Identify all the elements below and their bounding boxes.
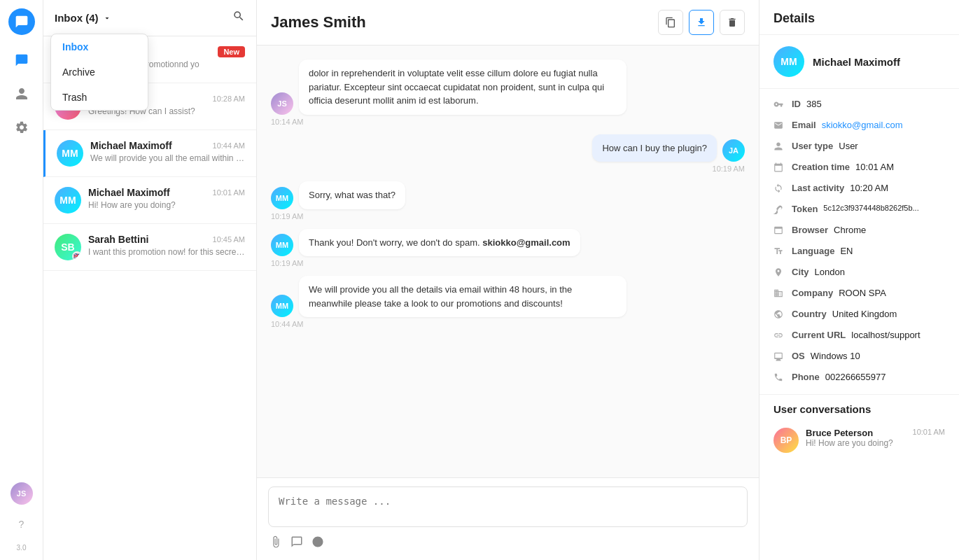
message-row: MM Thank you! Don't worry, we don't do s… [271,229,745,268]
details-avatar: MM [774,46,804,77]
detail-row-os: OS Windows 10 [774,346,945,368]
detail-label-company: Company [792,288,833,298]
bubble-icon [290,536,303,548]
chat-panel: James Smith JS dolor in reprehenderit in… [257,0,760,560]
browser-icon [774,225,786,237]
phone-icon [774,372,786,384]
details-panel: Details MM Michael Maximoff ID 385 Email… [760,0,959,560]
detail-value-token: 5c12c3f9374448b8262f5b... [823,204,918,212]
new-badge: New [218,46,245,57]
message-avatar: MM [271,187,293,209]
detail-label-browser: Browser [792,225,828,235]
conv-body: Bruce Peterson 10:01 AM Hi! How are you … [806,428,945,448]
message-time: 10:19 AM [271,259,303,267]
inbox-search-button[interactable] [232,10,245,26]
nav-contacts-button[interactable] [8,80,36,108]
url-icon [774,330,786,342]
nav-settings-button[interactable] [8,113,36,141]
copy-button[interactable] [658,10,683,35]
message-bubble: Sorry, what was that? [299,181,405,209]
conv-time: 10:01 AM [913,428,945,438]
nav-chat-button[interactable] [8,46,36,74]
detail-row-lastactivity: Last activity 10:20 AM [774,178,945,200]
detail-row-url: Current URL localhost/support [774,326,945,346]
message-input-area [257,477,759,560]
smiley-icon [312,536,324,548]
detail-value-city: London [815,267,845,277]
list-item[interactable]: BP Bruce Peterson 10:01 AM Hi! How are y… [774,422,945,458]
dropdown-item-trash[interactable]: Trash [51,85,148,110]
message-bubble: Thank you! Don't worry, we don't do spam… [299,229,580,257]
details-user-info: MM Michael Maximoff [760,35,959,89]
detail-label-creation: Creation time [792,162,850,172]
city-icon [774,267,786,279]
list-item[interactable]: MM Michael Maximoff 10:44 AM We will pro… [43,130,256,177]
dropdown-item-archive[interactable]: Archive [51,59,148,85]
download-button[interactable] [689,10,714,35]
chat-header: James Smith [257,0,759,46]
usertype-icon [774,141,786,153]
lastactivity-icon [774,183,786,195]
sidebar-bottom: JS ? 3.0 [8,482,36,552]
message-avatar: JA [722,139,745,162]
app-version: 3.0 [17,544,27,552]
message-avatar: MM [271,234,293,256]
copy-icon [665,17,676,28]
list-item[interactable]: SB 🇬🇧 Sarah Bettini 10:45 AM I want this… [43,224,256,271]
detail-label-token: Token [792,204,818,214]
message-avatar: JS [271,92,293,115]
message-row: MM Sorry, what was that? 10:19 AM [271,181,745,220]
trash-icon [727,17,738,28]
avatar: SB 🇬🇧 [55,234,81,260]
user-conversations-section: User conversations BP Bruce Peterson 10:… [760,394,959,467]
detail-label-country: Country [792,309,827,319]
detail-row-email: Email skiokko@gmail.com [774,115,945,136]
avatar: BP [774,428,799,453]
inbox-panel: Inbox (4) Inbox Archive Trash LS 🇬🇧 Lisa… [43,0,257,560]
id-icon [774,99,786,111]
list-item[interactable]: MM Michael Maximoff 10:01 AM Hi! How are… [43,177,256,224]
nav-help-button[interactable]: ? [8,510,36,538]
delete-button[interactable] [720,10,745,35]
detail-value-browser: Chrome [834,225,866,235]
conv-preview: We will provide you all the email within… [90,153,245,163]
detail-value-country: United Kingdom [832,309,897,319]
inbox-title-button[interactable]: Inbox (4) [55,12,111,24]
inbox-header: Inbox (4) Inbox Archive Trash [43,0,256,36]
detail-row-phone: Phone 002266655977 [774,368,945,388]
user-conversations-title: User conversations [774,403,945,415]
emoji-button[interactable] [290,536,303,552]
message-bubble: How can I buy the plugin? [592,134,717,162]
detail-value-os: Windows 10 [811,351,860,361]
detail-value-lastactivity: 10:20 AM [850,183,888,193]
attach-button[interactable] [270,536,282,552]
chevron-down-icon [103,14,111,22]
detail-row-language: Language EN [774,241,945,262]
dropdown-item-inbox[interactable]: Inbox [51,34,148,59]
message-bubble: We will provide you all the details via … [299,276,626,317]
detail-label-lastactivity: Last activity [792,183,844,193]
messages-area: JS dolor in reprehenderit in voluptate v… [257,46,759,477]
detail-row-company: Company ROON SPA [774,284,945,304]
message-avatar: MM [271,295,293,317]
detail-value-usertype: User [839,141,858,151]
detail-value-url: localhost/support [851,330,920,340]
sticker-button[interactable] [312,536,324,552]
conv-preview: I want this promotion now! for this secr… [88,247,245,257]
message-time: 10:19 AM [713,164,745,173]
message-row: MM We will provide you all the details v… [271,276,745,328]
flag-icon: 🇬🇧 [72,251,81,260]
message-input[interactable] [268,486,748,527]
search-icon [232,10,245,22]
detail-row-browser: Browser Chrome [774,220,945,241]
detail-label-usertype: User type [792,141,833,151]
detail-row-creation: Creation time 10:01 AM [774,158,945,178]
conv-time: 10:45 AM [213,235,245,244]
conv-preview: Hi! How are you doing? [88,200,245,210]
message-row: JA How can I buy the plugin? 10:19 AM [271,134,745,174]
detail-value-id: 385 [806,99,822,109]
chat-contact-name: James Smith [271,13,366,31]
current-user-avatar[interactable]: JS [10,482,33,505]
conversation-list: LS 🇬🇧 Lisa Satta New ...not help me prom… [43,36,256,560]
conv-name: Michael Maximoff [88,187,170,198]
